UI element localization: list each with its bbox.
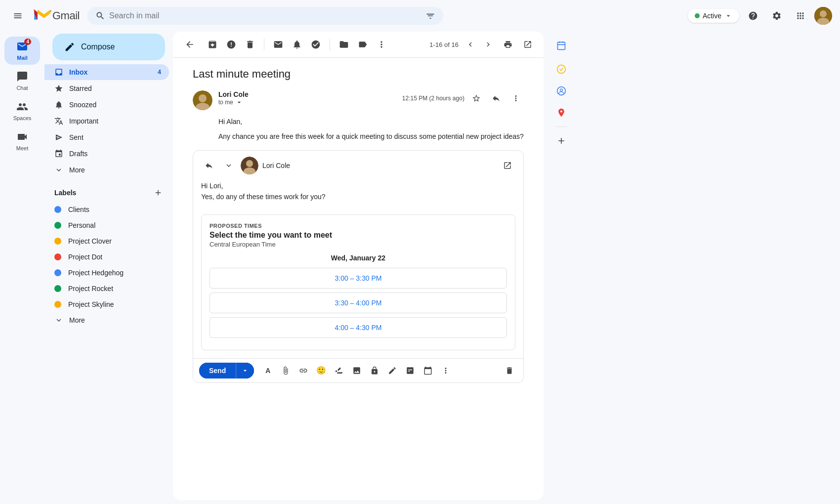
nav-item-inbox[interactable]: Inbox 4 xyxy=(44,64,169,80)
labels-button[interactable] xyxy=(354,36,372,53)
attach-button[interactable] xyxy=(278,363,294,378)
photo-button[interactable] xyxy=(349,363,365,378)
email-subject: Last minute meeting xyxy=(193,68,524,81)
right-panel-maps-icon[interactable] xyxy=(551,103,571,123)
nav-item-starred[interactable]: Starred xyxy=(44,81,169,96)
expand-to-icon[interactable] xyxy=(235,98,243,106)
more-compose-icon xyxy=(441,366,450,375)
link-icon xyxy=(299,366,308,375)
done-button[interactable] xyxy=(307,36,325,53)
right-panel-contacts-icon[interactable] xyxy=(551,81,571,101)
link-button[interactable] xyxy=(295,363,311,378)
label-item-project-rocket[interactable]: Project Rocket xyxy=(44,281,169,296)
label-item-project-hedgehog[interactable]: Project Hedgehog xyxy=(44,265,169,281)
open-reply-button[interactable] xyxy=(500,158,515,173)
label-name-project-hedgehog: Project Hedgehog xyxy=(68,269,124,277)
nav-item-important[interactable]: Important xyxy=(44,113,169,129)
reply-icon xyxy=(492,94,501,103)
sidebar-mail-item[interactable]: 4 Mail xyxy=(4,37,40,65)
more-actions-button[interactable] xyxy=(373,36,390,53)
discard-button[interactable] xyxy=(502,363,517,378)
next-page-button[interactable] xyxy=(480,37,496,52)
time-slot-1[interactable]: 3:00 – 3:30 PM xyxy=(210,268,507,289)
more-vert-icon xyxy=(377,40,386,49)
add-label-button[interactable] xyxy=(151,186,165,200)
hamburger-button[interactable] xyxy=(8,6,28,26)
right-panel-calendar-icon[interactable] xyxy=(551,36,571,55)
nav-item-more[interactable]: More xyxy=(44,162,169,178)
drafts-label: Drafts xyxy=(69,150,87,158)
signature-icon xyxy=(388,366,397,375)
report-button[interactable] xyxy=(222,36,240,53)
label-name-personal: Personal xyxy=(68,221,95,229)
reply-arrow-button[interactable] xyxy=(201,158,217,173)
more-message-button[interactable] xyxy=(508,90,524,106)
reply-button[interactable] xyxy=(488,90,504,106)
drive-icon xyxy=(335,366,343,375)
avatar[interactable] xyxy=(814,7,832,25)
label-item-project-dot[interactable]: Project Dot xyxy=(44,249,169,265)
label-item-personal[interactable]: Personal xyxy=(44,217,169,233)
sidebar-chat-item[interactable]: Chat xyxy=(4,67,40,95)
label-item-clients[interactable]: Clients xyxy=(44,202,169,217)
mark-unread-button[interactable] xyxy=(269,36,287,53)
reply-arrow-icon xyxy=(205,161,213,170)
print-button[interactable] xyxy=(500,37,516,52)
time-slot-3[interactable]: 4:00 – 4:30 PM xyxy=(210,317,507,338)
snooze-button[interactable] xyxy=(288,36,306,53)
status-dot xyxy=(695,13,700,18)
calendar-right-icon xyxy=(556,41,566,50)
label-dot-personal xyxy=(54,222,61,229)
starred-label: Starred xyxy=(69,84,92,92)
lock-button[interactable] xyxy=(367,363,382,378)
signature-button[interactable] xyxy=(384,363,400,378)
prev-page-button[interactable] xyxy=(462,37,478,52)
status-button[interactable]: Active xyxy=(688,9,739,23)
send-button[interactable]: Send xyxy=(199,363,236,378)
label-dot-project-clover xyxy=(54,238,61,245)
sidebar-meet-item[interactable]: Meet xyxy=(4,127,40,155)
delete-toolbar-button[interactable] xyxy=(241,36,259,53)
label-item-project-skyline[interactable]: Project Skyline xyxy=(44,296,169,312)
sidebar-spaces-item[interactable]: Spaces xyxy=(4,97,40,125)
settings-button[interactable] xyxy=(767,6,787,26)
label-item-project-clover[interactable]: Project Clover xyxy=(44,233,169,249)
drive-button[interactable] xyxy=(331,363,347,378)
report-icon xyxy=(226,40,236,49)
calendar-button[interactable] xyxy=(420,363,436,378)
move-to-button[interactable] xyxy=(335,36,353,53)
sent-label: Sent xyxy=(69,133,84,141)
nav-item-sent[interactable]: Sent xyxy=(44,129,169,145)
status-chevron-icon xyxy=(724,12,732,20)
compose-button[interactable]: Compose xyxy=(52,34,165,60)
nav-item-drafts[interactable]: Drafts xyxy=(44,146,169,162)
search-bar[interactable] xyxy=(87,7,443,25)
apps-button[interactable] xyxy=(791,6,810,26)
labels-more-item[interactable]: More xyxy=(44,312,169,328)
right-panel-add-icon[interactable] xyxy=(551,131,571,151)
open-in-new-button[interactable] xyxy=(520,37,536,52)
nav-item-snoozed[interactable]: Snoozed xyxy=(44,97,169,113)
svg-point-12 xyxy=(560,89,562,91)
add-app-icon xyxy=(556,136,566,146)
send-dropdown-button[interactable] xyxy=(236,363,254,378)
emoji-button[interactable]: 🙂 xyxy=(313,363,329,378)
more-compose-button[interactable] xyxy=(438,363,454,378)
menu-icon xyxy=(13,11,23,21)
label-name-clients: Clients xyxy=(68,206,89,213)
archive-button[interactable] xyxy=(204,36,221,53)
time-slot-2[interactable]: 3:30 – 4:00 PM xyxy=(210,293,507,313)
expand-reply-button[interactable] xyxy=(221,158,237,173)
search-filter-icon[interactable] xyxy=(425,11,435,21)
search-input[interactable] xyxy=(109,11,421,20)
star-message-button[interactable] xyxy=(468,90,484,106)
label-dot-project-rocket xyxy=(54,285,61,292)
prev-icon xyxy=(466,40,475,49)
help-button[interactable] xyxy=(743,6,763,26)
sender-avatar xyxy=(193,90,212,110)
preview-button[interactable] xyxy=(402,363,418,378)
labels-more-label: More xyxy=(69,316,85,324)
back-button[interactable] xyxy=(181,36,199,53)
right-panel-tasks-icon[interactable] xyxy=(551,59,571,79)
format-text-button[interactable]: A xyxy=(260,363,276,378)
